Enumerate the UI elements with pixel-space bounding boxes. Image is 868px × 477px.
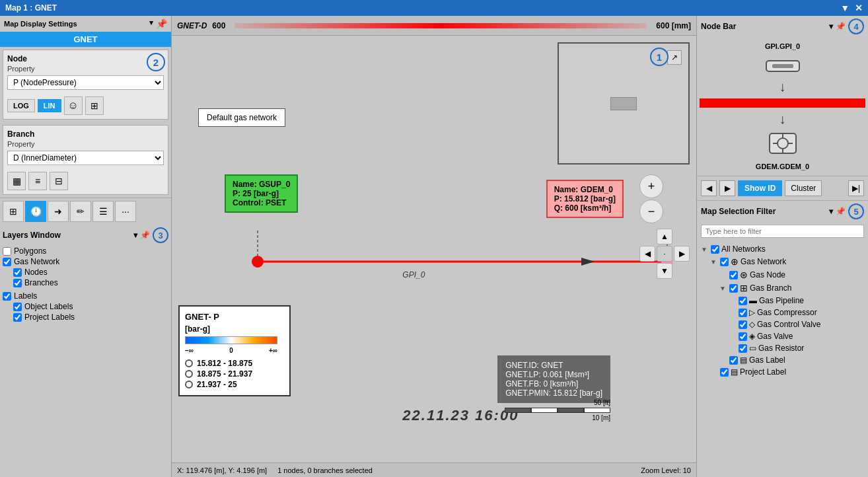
project-labels-checkbox[interactable] (13, 313, 22, 322)
node-property-select[interactable]: P (NodePressure) (7, 75, 164, 90)
minimap-inner: ↗ 1 (559, 44, 688, 163)
map-canvas[interactable]: ↗ 1 Default gas network Name: GSUP_0 P: … (172, 36, 696, 462)
pencil-btn[interactable]: ✏ (70, 201, 91, 222)
nav-next-btn[interactable]: ▶ (719, 180, 735, 196)
nav-left-btn[interactable]: ◀ (639, 246, 655, 262)
branch-icon3[interactable]: ⊟ (50, 172, 68, 190)
nav-down-btn[interactable]: ▼ (657, 263, 672, 279)
gas-label-label: Gas Label (749, 355, 785, 365)
info-pmin: GNET.PMIN: 15.812 [bar-g] (505, 388, 602, 398)
nav-up-btn[interactable]: ▲ (657, 229, 672, 244)
polygons-checkbox[interactable] (3, 247, 11, 256)
map-display-settings-label: Map Display Settings (4, 20, 77, 28)
gas-control-valve-icon: ◇ (749, 320, 755, 329)
smiley-icon-btn[interactable]: ☺ (64, 96, 83, 115)
clock-btn[interactable]: 🕛 (25, 201, 46, 222)
gas-branch-label: Gas Branch (750, 283, 791, 293)
layer-gas-network: Gas Network (3, 256, 168, 267)
panel-dropdown-arrow[interactable]: ▾ (149, 18, 153, 29)
gas-pipeline-checkbox[interactable] (739, 297, 747, 305)
all-networks-checkbox[interactable] (711, 245, 719, 254)
pipe-bar (235, 23, 647, 28)
log-btn[interactable]: LOG (7, 99, 35, 112)
node-bar-pin[interactable]: 📌 (836, 22, 846, 31)
node-bar-dropdown[interactable]: ▾ (829, 22, 833, 31)
gas-branch-checkbox[interactable] (729, 284, 738, 293)
branch-title: Branch (7, 129, 164, 139)
gdem-label: GDEM.GDEM_0 (756, 163, 809, 170)
legend-ranges: 15.812 - 18.875 18.875 - 21.937 21.937 -… (185, 358, 284, 390)
minimap-connector (610, 97, 637, 110)
gas-branch-toggle[interactable]: ▼ (719, 285, 727, 292)
map-filter-header: Map Selection Filter ▾ 📌 5 (697, 201, 868, 222)
gas-network-filter-checkbox[interactable] (720, 258, 729, 266)
demand-name: Name: GDEM_0 (554, 185, 616, 194)
title-bar: Map 1 : GNET ▼ ✕ (0, 0, 868, 16)
gas-node-checkbox[interactable] (729, 271, 738, 279)
labels-checkbox[interactable] (3, 292, 11, 301)
nodes-checkbox[interactable] (13, 268, 22, 277)
tree-gas-branch: ▼ ⊞ Gas Branch (701, 281, 864, 295)
panel-pin[interactable]: 📌 (156, 18, 167, 29)
expand-btn[interactable]: ↗ (667, 50, 682, 65)
nav-right-end-btn[interactable]: ▶| (848, 180, 864, 196)
gas-control-valve-checkbox[interactable] (739, 320, 747, 329)
left-panel: Map Display Settings ▾ 📌 GNET 2 Node Pro… (0, 16, 172, 477)
gas-label-checkbox[interactable] (729, 356, 738, 365)
gas-control-valve-label: Gas Control Valve (757, 320, 821, 329)
gas-resistor-icon: ▭ (749, 344, 756, 353)
legend-unit: [bar-g] (185, 324, 284, 334)
supply-node[interactable]: Name: GSUP_0 P: 25 [bar-g] Control: PSET (225, 174, 298, 213)
filter-pin[interactable]: 📌 (836, 207, 846, 216)
list-btn[interactable]: ☰ (92, 201, 114, 222)
gas-network-toggle[interactable]: ▼ (710, 258, 718, 266)
nav-prev-btn[interactable]: ◀ (701, 180, 717, 196)
zoom-in-btn[interactable]: + (639, 174, 663, 198)
cluster-btn[interactable]: Cluster (785, 180, 822, 196)
table-icon-btn[interactable]: ⊞ (85, 96, 104, 115)
branch-property-select[interactable]: D (InnerDiameter) (7, 151, 164, 165)
close-btn[interactable]: ✕ (855, 3, 863, 13)
project-label-checkbox[interactable] (720, 368, 729, 377)
gas-compressor-checkbox[interactable] (739, 309, 747, 317)
filter-dropdown[interactable]: ▾ (829, 207, 833, 216)
branches-checkbox[interactable] (13, 279, 22, 287)
center-map: GNET-D 600 600 [mm] ↗ 1 Default gas netw… (172, 16, 696, 477)
demand-node[interactable]: Name: GDEM_0 P: 15.812 [bar-g] Q: 600 [k… (546, 180, 624, 218)
layers-dropdown[interactable]: ▾ (133, 231, 137, 240)
object-labels-label: Object Labels (24, 302, 73, 311)
gas-valve-checkbox[interactable] (739, 332, 747, 341)
layers-pin[interactable]: 📌 (140, 231, 150, 240)
gas-valve-icon: ◈ (749, 332, 755, 341)
project-label-icon: ▤ (731, 367, 738, 377)
app-title: Map 1 : GNET (5, 3, 57, 13)
more-btn[interactable]: ··· (115, 201, 136, 222)
gas-network-checkbox[interactable] (3, 258, 11, 266)
object-labels-checkbox[interactable] (13, 303, 22, 311)
map-filter-title: Map Selection Filter (701, 207, 776, 216)
grid-btn[interactable]: ⊞ (3, 201, 24, 222)
arrow-btn[interactable]: ➜ (48, 201, 69, 222)
tree-gas-resistor: ▭ Gas Resistor (701, 342, 864, 354)
branch-icon1[interactable]: ▦ (7, 172, 26, 190)
lin-btn[interactable]: LIN (38, 99, 61, 112)
all-networks-toggle[interactable]: ▼ (701, 246, 709, 253)
layers-title: Layers Window (3, 231, 61, 240)
node-badge: 2 (147, 53, 165, 71)
nav-right-btn[interactable]: ▶ (674, 246, 690, 262)
gnet-tab[interactable]: GNET (0, 32, 171, 47)
show-id-btn[interactable]: Show ID (738, 180, 782, 196)
arrow-down-1: ↓ (779, 79, 786, 94)
branch-icon2[interactable]: ≡ (28, 172, 47, 190)
minimize-btn[interactable]: ▼ (840, 3, 850, 13)
zoom-out-btn[interactable]: − (639, 200, 663, 223)
filter-input[interactable] (701, 225, 864, 238)
nav-center-btn[interactable]: · (657, 246, 672, 262)
scale-ft-bar (505, 408, 610, 413)
scale-ft-label: 50 [ft] (594, 399, 610, 406)
gas-resistor-checkbox[interactable] (739, 344, 747, 353)
layers-list: Polygons Gas Network Nodes Branches Labe… (3, 246, 168, 322)
node-btn-row: LOG LIN ☺ ⊞ (7, 96, 164, 115)
scale-seg-1 (505, 408, 531, 413)
supply-pressure: P: 25 [bar-g] (233, 189, 290, 198)
